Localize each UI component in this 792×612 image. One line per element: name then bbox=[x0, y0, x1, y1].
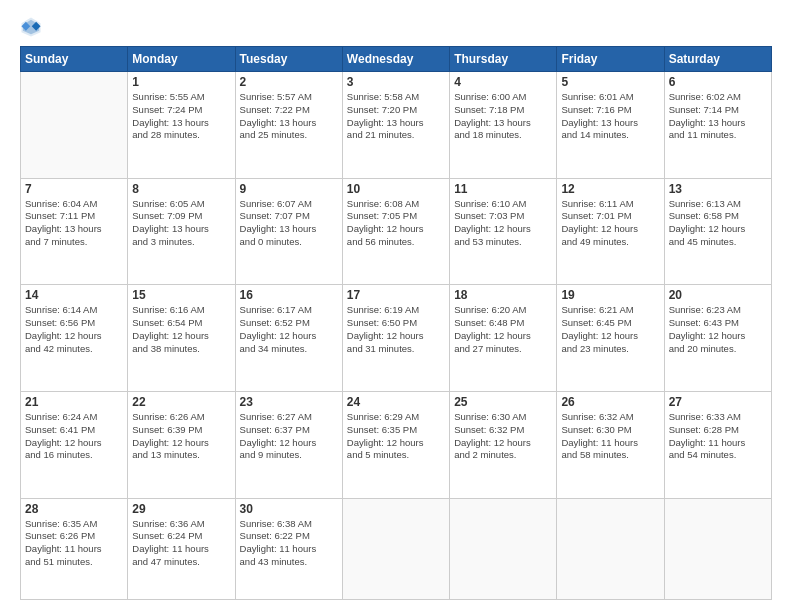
day-detail: Sunrise: 6:30 AM Sunset: 6:32 PM Dayligh… bbox=[454, 411, 552, 462]
day-number: 3 bbox=[347, 75, 445, 89]
day-detail: Sunrise: 6:16 AM Sunset: 6:54 PM Dayligh… bbox=[132, 304, 230, 355]
day-number: 7 bbox=[25, 182, 123, 196]
calendar-cell: 1Sunrise: 5:55 AM Sunset: 7:24 PM Daylig… bbox=[128, 72, 235, 179]
calendar-cell: 30Sunrise: 6:38 AM Sunset: 6:22 PM Dayli… bbox=[235, 498, 342, 600]
day-number: 21 bbox=[25, 395, 123, 409]
calendar-week-row: 7Sunrise: 6:04 AM Sunset: 7:11 PM Daylig… bbox=[21, 178, 772, 285]
calendar-cell: 13Sunrise: 6:13 AM Sunset: 6:58 PM Dayli… bbox=[664, 178, 771, 285]
calendar-day-header: Sunday bbox=[21, 47, 128, 72]
day-detail: Sunrise: 6:32 AM Sunset: 6:30 PM Dayligh… bbox=[561, 411, 659, 462]
day-number: 11 bbox=[454, 182, 552, 196]
calendar-cell: 4Sunrise: 6:00 AM Sunset: 7:18 PM Daylig… bbox=[450, 72, 557, 179]
day-detail: Sunrise: 6:27 AM Sunset: 6:37 PM Dayligh… bbox=[240, 411, 338, 462]
day-number: 29 bbox=[132, 502, 230, 516]
day-detail: Sunrise: 6:26 AM Sunset: 6:39 PM Dayligh… bbox=[132, 411, 230, 462]
day-detail: Sunrise: 6:07 AM Sunset: 7:07 PM Dayligh… bbox=[240, 198, 338, 249]
day-number: 17 bbox=[347, 288, 445, 302]
day-number: 19 bbox=[561, 288, 659, 302]
calendar-day-header: Friday bbox=[557, 47, 664, 72]
day-number: 30 bbox=[240, 502, 338, 516]
day-number: 5 bbox=[561, 75, 659, 89]
day-number: 2 bbox=[240, 75, 338, 89]
calendar-cell: 12Sunrise: 6:11 AM Sunset: 7:01 PM Dayli… bbox=[557, 178, 664, 285]
day-detail: Sunrise: 6:08 AM Sunset: 7:05 PM Dayligh… bbox=[347, 198, 445, 249]
calendar-cell: 16Sunrise: 6:17 AM Sunset: 6:52 PM Dayli… bbox=[235, 285, 342, 392]
day-detail: Sunrise: 6:10 AM Sunset: 7:03 PM Dayligh… bbox=[454, 198, 552, 249]
day-detail: Sunrise: 5:55 AM Sunset: 7:24 PM Dayligh… bbox=[132, 91, 230, 142]
calendar-cell: 18Sunrise: 6:20 AM Sunset: 6:48 PM Dayli… bbox=[450, 285, 557, 392]
day-detail: Sunrise: 5:57 AM Sunset: 7:22 PM Dayligh… bbox=[240, 91, 338, 142]
day-number: 28 bbox=[25, 502, 123, 516]
day-detail: Sunrise: 6:00 AM Sunset: 7:18 PM Dayligh… bbox=[454, 91, 552, 142]
calendar-day-header: Monday bbox=[128, 47, 235, 72]
calendar-cell: 7Sunrise: 6:04 AM Sunset: 7:11 PM Daylig… bbox=[21, 178, 128, 285]
calendar-cell: 9Sunrise: 6:07 AM Sunset: 7:07 PM Daylig… bbox=[235, 178, 342, 285]
logo bbox=[20, 16, 46, 38]
day-number: 22 bbox=[132, 395, 230, 409]
calendar-header-row: SundayMondayTuesdayWednesdayThursdayFrid… bbox=[21, 47, 772, 72]
day-detail: Sunrise: 6:04 AM Sunset: 7:11 PM Dayligh… bbox=[25, 198, 123, 249]
day-detail: Sunrise: 6:24 AM Sunset: 6:41 PM Dayligh… bbox=[25, 411, 123, 462]
calendar-table: SundayMondayTuesdayWednesdayThursdayFrid… bbox=[20, 46, 772, 600]
day-detail: Sunrise: 6:11 AM Sunset: 7:01 PM Dayligh… bbox=[561, 198, 659, 249]
calendar-cell: 29Sunrise: 6:36 AM Sunset: 6:24 PM Dayli… bbox=[128, 498, 235, 600]
calendar-cell: 27Sunrise: 6:33 AM Sunset: 6:28 PM Dayli… bbox=[664, 391, 771, 498]
day-number: 24 bbox=[347, 395, 445, 409]
calendar-cell bbox=[450, 498, 557, 600]
day-detail: Sunrise: 6:01 AM Sunset: 7:16 PM Dayligh… bbox=[561, 91, 659, 142]
calendar-week-row: 28Sunrise: 6:35 AM Sunset: 6:26 PM Dayli… bbox=[21, 498, 772, 600]
day-detail: Sunrise: 6:13 AM Sunset: 6:58 PM Dayligh… bbox=[669, 198, 767, 249]
day-number: 18 bbox=[454, 288, 552, 302]
calendar-cell: 10Sunrise: 6:08 AM Sunset: 7:05 PM Dayli… bbox=[342, 178, 449, 285]
calendar-cell: 23Sunrise: 6:27 AM Sunset: 6:37 PM Dayli… bbox=[235, 391, 342, 498]
day-number: 13 bbox=[669, 182, 767, 196]
day-number: 25 bbox=[454, 395, 552, 409]
day-number: 1 bbox=[132, 75, 230, 89]
calendar-cell bbox=[342, 498, 449, 600]
calendar-cell bbox=[664, 498, 771, 600]
calendar-day-header: Tuesday bbox=[235, 47, 342, 72]
calendar-cell bbox=[557, 498, 664, 600]
day-detail: Sunrise: 6:02 AM Sunset: 7:14 PM Dayligh… bbox=[669, 91, 767, 142]
day-detail: Sunrise: 6:21 AM Sunset: 6:45 PM Dayligh… bbox=[561, 304, 659, 355]
day-number: 9 bbox=[240, 182, 338, 196]
calendar-cell: 15Sunrise: 6:16 AM Sunset: 6:54 PM Dayli… bbox=[128, 285, 235, 392]
calendar-cell: 8Sunrise: 6:05 AM Sunset: 7:09 PM Daylig… bbox=[128, 178, 235, 285]
calendar-cell: 21Sunrise: 6:24 AM Sunset: 6:41 PM Dayli… bbox=[21, 391, 128, 498]
day-number: 26 bbox=[561, 395, 659, 409]
calendar-cell: 26Sunrise: 6:32 AM Sunset: 6:30 PM Dayli… bbox=[557, 391, 664, 498]
day-detail: Sunrise: 6:35 AM Sunset: 6:26 PM Dayligh… bbox=[25, 518, 123, 569]
day-detail: Sunrise: 6:38 AM Sunset: 6:22 PM Dayligh… bbox=[240, 518, 338, 569]
day-detail: Sunrise: 6:36 AM Sunset: 6:24 PM Dayligh… bbox=[132, 518, 230, 569]
calendar-cell: 22Sunrise: 6:26 AM Sunset: 6:39 PM Dayli… bbox=[128, 391, 235, 498]
calendar-cell: 14Sunrise: 6:14 AM Sunset: 6:56 PM Dayli… bbox=[21, 285, 128, 392]
calendar-week-row: 14Sunrise: 6:14 AM Sunset: 6:56 PM Dayli… bbox=[21, 285, 772, 392]
calendar-day-header: Saturday bbox=[664, 47, 771, 72]
calendar-cell: 17Sunrise: 6:19 AM Sunset: 6:50 PM Dayli… bbox=[342, 285, 449, 392]
day-number: 15 bbox=[132, 288, 230, 302]
day-number: 12 bbox=[561, 182, 659, 196]
calendar-cell: 11Sunrise: 6:10 AM Sunset: 7:03 PM Dayli… bbox=[450, 178, 557, 285]
calendar-cell: 20Sunrise: 6:23 AM Sunset: 6:43 PM Dayli… bbox=[664, 285, 771, 392]
day-detail: Sunrise: 6:17 AM Sunset: 6:52 PM Dayligh… bbox=[240, 304, 338, 355]
header bbox=[20, 16, 772, 38]
day-detail: Sunrise: 6:29 AM Sunset: 6:35 PM Dayligh… bbox=[347, 411, 445, 462]
day-number: 23 bbox=[240, 395, 338, 409]
calendar-cell: 2Sunrise: 5:57 AM Sunset: 7:22 PM Daylig… bbox=[235, 72, 342, 179]
calendar-cell: 28Sunrise: 6:35 AM Sunset: 6:26 PM Dayli… bbox=[21, 498, 128, 600]
calendar-week-row: 1Sunrise: 5:55 AM Sunset: 7:24 PM Daylig… bbox=[21, 72, 772, 179]
day-number: 8 bbox=[132, 182, 230, 196]
day-detail: Sunrise: 6:19 AM Sunset: 6:50 PM Dayligh… bbox=[347, 304, 445, 355]
day-detail: Sunrise: 6:20 AM Sunset: 6:48 PM Dayligh… bbox=[454, 304, 552, 355]
day-number: 20 bbox=[669, 288, 767, 302]
day-number: 10 bbox=[347, 182, 445, 196]
calendar-cell: 25Sunrise: 6:30 AM Sunset: 6:32 PM Dayli… bbox=[450, 391, 557, 498]
calendar-cell: 24Sunrise: 6:29 AM Sunset: 6:35 PM Dayli… bbox=[342, 391, 449, 498]
calendar-cell bbox=[21, 72, 128, 179]
day-number: 16 bbox=[240, 288, 338, 302]
page: SundayMondayTuesdayWednesdayThursdayFrid… bbox=[0, 0, 792, 612]
logo-icon bbox=[20, 16, 42, 38]
calendar-cell: 19Sunrise: 6:21 AM Sunset: 6:45 PM Dayli… bbox=[557, 285, 664, 392]
day-number: 6 bbox=[669, 75, 767, 89]
calendar-cell: 3Sunrise: 5:58 AM Sunset: 7:20 PM Daylig… bbox=[342, 72, 449, 179]
